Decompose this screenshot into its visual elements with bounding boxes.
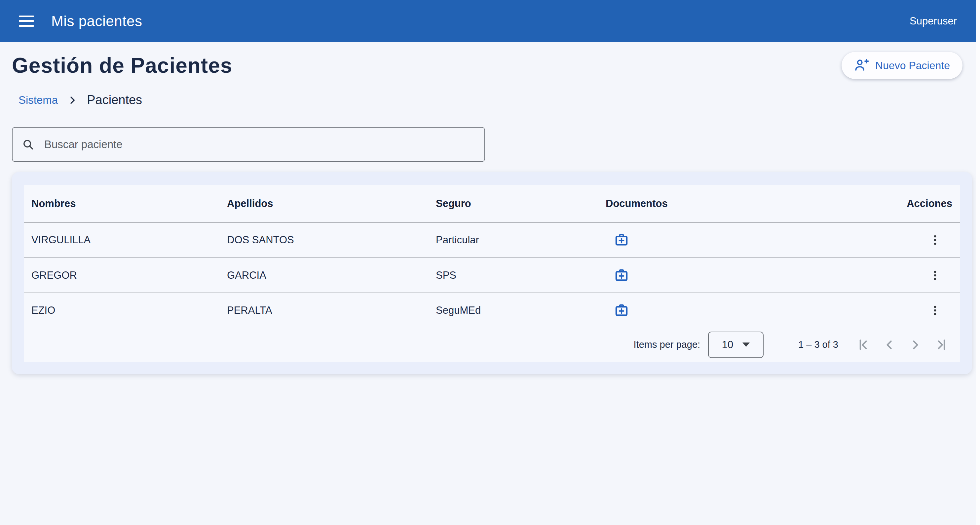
top-app-bar: Mis pacientes Superuser (0, 0, 980, 42)
cell-seguro: SeguMEd (428, 305, 598, 316)
table-row: GREGOR GARCIA SPS (24, 257, 960, 293)
items-per-page-label: Items per page: (634, 339, 700, 350)
medical-kit-plus-icon (614, 268, 629, 283)
row-actions-menu-button[interactable] (929, 304, 942, 317)
main-content: Gestión de Pacientes Nuevo Paciente Sist… (0, 52, 980, 374)
new-patient-button-label: Nuevo Paciente (875, 59, 950, 72)
first-page-button[interactable] (856, 338, 871, 352)
search-input[interactable] (44, 138, 484, 151)
chevron-right-icon (908, 338, 923, 352)
menu-icon[interactable] (19, 16, 34, 27)
cell-nombres: EZIO (24, 305, 220, 316)
documents-button[interactable] (614, 303, 629, 318)
table-paginator: Items per page: 10 1 – 3 of 3 (24, 328, 960, 362)
page-size-value: 10 (722, 339, 733, 351)
patients-table-card: Nombres Apellidos Seguro Documentos Acci… (12, 172, 972, 374)
triangle-down-icon (743, 343, 750, 347)
cell-nombres: VIRGULILLA (24, 234, 220, 246)
user-label[interactable]: Superuser (910, 15, 957, 27)
kebab-menu-icon (929, 304, 942, 317)
search-field[interactable] (12, 127, 485, 162)
paginator-nav (856, 338, 948, 352)
chevron-left-icon (882, 338, 897, 352)
column-header-documentos: Documentos (598, 198, 783, 210)
new-patient-button[interactable]: Nuevo Paciente (842, 52, 963, 79)
cell-nombres: GREGOR (24, 270, 220, 281)
chevron-right-icon (67, 95, 78, 105)
column-header-apellidos: Apellidos (220, 198, 428, 210)
medical-kit-plus-icon (614, 232, 629, 247)
app-title: Mis pacientes (51, 13, 142, 29)
kebab-menu-icon (929, 233, 942, 247)
page-size-select[interactable]: 10 (708, 332, 764, 358)
documents-button[interactable] (614, 268, 629, 283)
cell-apellidos: DOS SANTOS (220, 234, 428, 246)
breadcrumb-current-pacientes: Pacientes (87, 93, 142, 107)
column-header-seguro: Seguro (428, 198, 598, 210)
medical-kit-plus-icon (614, 303, 629, 318)
previous-page-button[interactable] (882, 338, 897, 352)
last-page-icon (934, 338, 948, 352)
patients-table: Nombres Apellidos Seguro Documentos Acci… (24, 185, 960, 362)
last-page-button[interactable] (934, 338, 948, 352)
first-page-icon (856, 338, 871, 352)
scrollbar-track[interactable] (976, 0, 980, 525)
breadcrumb: Sistema Pacientes (12, 93, 963, 107)
page-title: Gestión de Pacientes (12, 53, 232, 78)
column-header-acciones: Acciones (783, 198, 960, 210)
table-row: EZIO PERALTA SeguMEd (24, 293, 960, 328)
next-page-button[interactable] (908, 338, 923, 352)
person-add-icon (854, 58, 869, 73)
row-actions-menu-button[interactable] (929, 233, 942, 247)
table-row: VIRGULILLA DOS SANTOS Particular (24, 222, 960, 257)
documents-button[interactable] (614, 232, 629, 247)
row-actions-menu-button[interactable] (929, 269, 942, 282)
cell-seguro: SPS (428, 270, 598, 281)
paginator-range-label: 1 – 3 of 3 (798, 339, 838, 350)
search-icon (22, 138, 34, 151)
column-header-nombres: Nombres (24, 198, 220, 210)
cell-apellidos: GARCIA (220, 270, 428, 281)
kebab-menu-icon (929, 269, 942, 282)
breadcrumb-link-sistema[interactable]: Sistema (19, 94, 58, 107)
cell-seguro: Particular (428, 234, 598, 246)
cell-apellidos: PERALTA (220, 305, 428, 316)
table-header-row: Nombres Apellidos Seguro Documentos Acci… (24, 185, 960, 222)
